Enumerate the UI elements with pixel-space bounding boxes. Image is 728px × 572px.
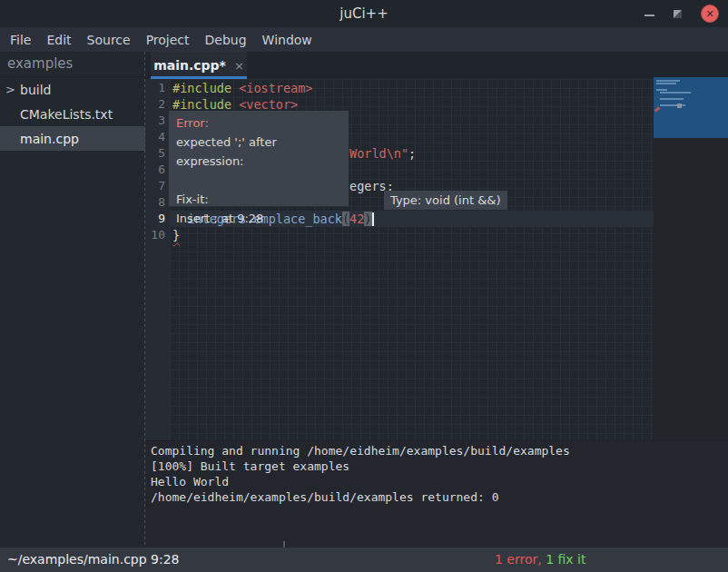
project-name-header: examples [0, 52, 145, 77]
token-str: <vector> [239, 97, 298, 112]
line-number: 9 [145, 211, 165, 227]
tree-item-build[interactable]: >build [0, 77, 145, 102]
token-def [231, 97, 239, 112]
tab-bar: main.cpp* × [145, 52, 728, 79]
minimap-code-line [660, 92, 691, 94]
menu-item-window[interactable]: Window [262, 33, 312, 47]
token-def: ; [408, 146, 416, 161]
juci-window: juCi++ ✕ FileEditSourceProjectDebugWindo… [0, 0, 728, 572]
title-bar: juCi++ ✕ [0, 0, 728, 27]
menu-item-edit[interactable]: Edit [46, 33, 71, 47]
minimap-code-line [656, 89, 667, 91]
fixit-count: 1 fix it [542, 552, 586, 567]
error-tooltip-message: expected ';' after expression: [176, 133, 341, 171]
line-number: 10 [145, 227, 165, 243]
line-number: 2 [145, 96, 165, 113]
token-pp: #include [172, 97, 231, 112]
tree-item-label: main.cpp [20, 132, 79, 146]
error-count: 1 error, [495, 552, 542, 567]
line-number: 1 [145, 80, 165, 96]
minimap-code-line [656, 83, 676, 84]
token-error: } [172, 228, 180, 242]
fixit-tooltip-title: Fix-it: [176, 190, 341, 209]
file-tree: >buildCMakeLists.txtmain.cpp [0, 77, 145, 151]
text-cursor [372, 212, 374, 226]
tree-item-cmakelists-txt[interactable]: CMakeLists.txt [0, 102, 145, 126]
window-controls: ✕ [644, 0, 719, 27]
error-tooltip: Error: expected ';' after expression: Fi… [169, 111, 349, 206]
line-number: 3 [145, 113, 165, 129]
tab-label: main.cpp* [153, 58, 226, 73]
token-pp: #include [172, 81, 231, 95]
tree-item-label: CMakeLists.txt [20, 107, 113, 122]
status-diagnostics: 1 error, 1 fix it [495, 547, 585, 572]
code-line-1[interactable]: 1#include <iostream> [145, 80, 654, 96]
menu-item-source[interactable]: Source [87, 33, 131, 47]
code-text: } [172, 227, 180, 243]
file-tree-panel: examples >buildCMakeLists.txtmain.cpp [0, 52, 145, 547]
tree-item-label: build [20, 83, 51, 97]
chevron-right-icon[interactable]: > [5, 83, 20, 96]
line-number: 8 [145, 194, 165, 211]
tree-item-main-cpp[interactable]: main.cpp [0, 126, 145, 151]
tab-main-cpp[interactable]: main.cpp* × [151, 52, 247, 79]
line-number: 4 [145, 129, 165, 145]
code-text: #include <iostream> [172, 80, 312, 96]
token-str: <iostream> [239, 81, 312, 95]
terminal-line: Hello World [151, 474, 728, 489]
fixit-tooltip-text: Insert ; at 9:28 [176, 209, 341, 228]
token-bracket: ) [364, 212, 371, 226]
minimap-error-mark [654, 107, 661, 113]
minimize-icon[interactable] [644, 15, 654, 16]
line-number: 5 [145, 145, 165, 162]
main-pane: main.cpp* × 1#include <iostream>2#includ… [145, 52, 728, 547]
error-tooltip-spacer [176, 171, 341, 190]
minimap-cursor-mark [677, 104, 682, 108]
menu-item-file[interactable]: File [10, 33, 31, 47]
code-line-10[interactable]: 10} [145, 227, 654, 243]
menu-item-project[interactable]: Project [146, 33, 190, 47]
terminal-line: [100%] Built target examples [151, 459, 728, 474]
status-bar: ~/examples/main.cpp 9:28 1 error, 1 fix … [0, 547, 728, 572]
window-title: juCi++ [0, 0, 728, 27]
status-file-location: ~/examples/main.cpp 9:28 [7, 547, 180, 572]
line-number: 6 [145, 162, 165, 178]
pane-grip[interactable] [283, 541, 285, 547]
minimap-code-line [660, 98, 684, 100]
token-def [231, 81, 239, 95]
restore-icon[interactable] [674, 10, 682, 18]
menu-bar: FileEditSourceProjectDebugWindow [0, 27, 728, 52]
token-bracket: ( [342, 212, 349, 226]
menu-item-debug[interactable]: Debug [205, 33, 247, 47]
error-tooltip-title: Error: [176, 113, 341, 133]
minimap-viewport[interactable] [654, 77, 728, 138]
close-icon[interactable]: ✕ [701, 5, 719, 23]
terminal-line: Compiling and running /home/eidheim/exam… [151, 443, 728, 459]
type-tooltip: Type: void (int &&) [384, 191, 507, 210]
tab-close-icon[interactable]: × [234, 59, 244, 73]
token-num: 42 [349, 212, 364, 226]
line-number: 7 [145, 178, 165, 194]
terminal-line: /home/eidheim/examples/build/examples re… [151, 489, 728, 505]
terminal-output[interactable]: Compiling and running /home/eidheim/exam… [145, 440, 728, 547]
minimap-code-line [656, 80, 680, 82]
